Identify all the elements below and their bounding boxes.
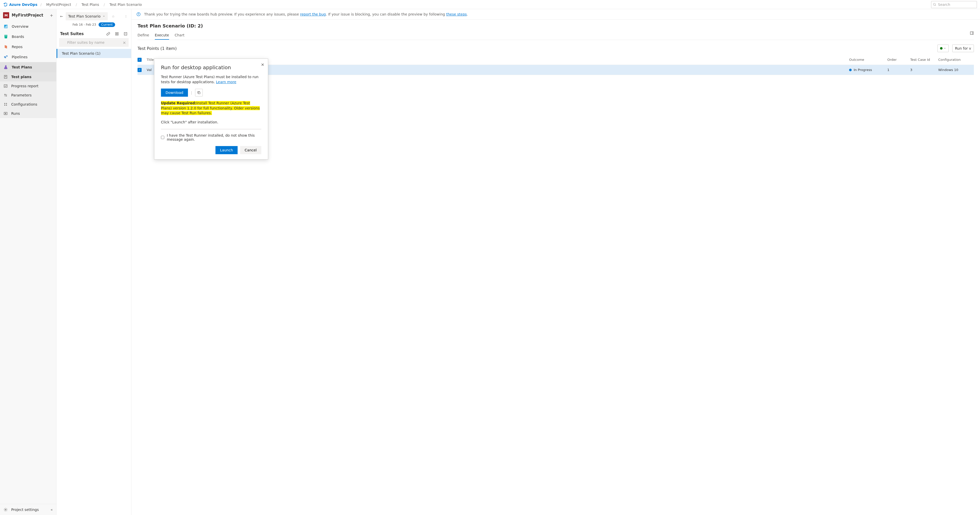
svg-point-15 xyxy=(6,105,7,106)
download-button[interactable]: Download xyxy=(161,89,188,97)
search-icon xyxy=(933,3,937,6)
test-plans-icon xyxy=(3,65,8,70)
search-placeholder: Search xyxy=(938,3,950,6)
svg-rect-9 xyxy=(4,85,7,87)
copy-icon[interactable] xyxy=(195,89,203,97)
nav-overview[interactable]: Overview xyxy=(0,21,56,32)
report-bug-link[interactable]: report the bug xyxy=(300,12,326,16)
azure-devops-icon xyxy=(3,2,8,7)
left-sidebar: M MyFirstProject + Overview Boards Repos… xyxy=(0,9,57,515)
pipelines-icon xyxy=(3,55,8,59)
svg-point-12 xyxy=(4,103,5,104)
svg-point-10 xyxy=(5,94,5,95)
runs-icon xyxy=(3,111,8,116)
close-icon[interactable]: ✕ xyxy=(261,62,264,67)
svg-point-13 xyxy=(6,103,7,104)
add-icon[interactable]: + xyxy=(50,13,53,18)
svg-point-11 xyxy=(6,95,6,96)
panel-toggle-icon[interactable] xyxy=(970,31,974,40)
crumb-plan[interactable]: Test Plan Scenario xyxy=(110,3,142,6)
these-steps-link[interactable]: these steps xyxy=(446,12,467,16)
subnav-runs[interactable]: Runs xyxy=(0,109,56,118)
svg-rect-18 xyxy=(116,33,118,35)
subnav-configurations[interactable]: Configurations xyxy=(0,100,56,109)
row-checkbox[interactable]: ✓ xyxy=(137,68,142,72)
configurations-icon xyxy=(3,102,8,106)
info-icon xyxy=(137,12,141,16)
overview-icon xyxy=(3,24,8,29)
project-avatar: M xyxy=(3,12,9,18)
svg-point-14 xyxy=(4,105,5,106)
remember-label: I have the Test Runner installed, do not… xyxy=(167,133,261,141)
project-settings-link[interactable]: Project settings xyxy=(11,508,39,512)
chevron-down-icon xyxy=(943,47,946,50)
nav-repos[interactable]: Repos xyxy=(0,42,56,52)
gear-icon xyxy=(3,508,8,512)
in-progress-icon xyxy=(849,69,852,71)
svg-point-0 xyxy=(933,3,935,5)
subnav-progress-report[interactable]: Progress report xyxy=(0,81,56,90)
brand-label: Azure DevOps xyxy=(9,3,37,6)
expand-icon[interactable] xyxy=(115,32,119,36)
testplans-sub-icon xyxy=(3,75,8,79)
svg-rect-3 xyxy=(5,27,5,28)
current-badge: Current xyxy=(99,22,115,27)
crumb-testplans[interactable]: Test Plans xyxy=(81,3,99,6)
tab-execute[interactable]: Execute xyxy=(155,31,169,40)
collapse-icon[interactable] xyxy=(124,32,127,36)
crumb-project[interactable]: MyFirstProject xyxy=(46,3,71,6)
project-name: MyFirstProject xyxy=(12,13,43,17)
nav-pipelines[interactable]: Pipelines xyxy=(0,52,56,62)
launch-button[interactable]: Launch xyxy=(215,146,238,154)
repos-icon xyxy=(3,44,8,49)
svg-rect-4 xyxy=(6,26,6,28)
project-header[interactable]: M MyFirstProject + xyxy=(0,9,56,21)
svg-rect-26 xyxy=(198,92,200,94)
brand[interactable]: Azure DevOps xyxy=(3,2,37,7)
date-range: Feb 16 - Feb 23 xyxy=(73,23,96,27)
plan-selector[interactable]: Test Plan Scenario xyxy=(66,12,108,21)
svg-rect-24 xyxy=(970,32,974,35)
tab-chart[interactable]: Chart xyxy=(175,31,185,40)
link-icon[interactable] xyxy=(106,32,110,36)
run-desktop-modal: ✕ Run for desktop application Test Runne… xyxy=(154,59,268,160)
cancel-button[interactable]: Cancel xyxy=(240,146,261,154)
more-menu-icon[interactable]: ⋮ xyxy=(124,15,127,18)
star-icon[interactable]: ☆ xyxy=(112,14,115,18)
select-all-checkbox[interactable]: ✓ xyxy=(137,58,142,62)
progress-icon xyxy=(3,84,8,88)
breadcrumb: /MyFirstProject /Test Plans /Test Plan S… xyxy=(40,3,142,6)
svg-point-17 xyxy=(5,509,6,510)
launch-hint: Click "Launch" after installation. xyxy=(161,120,261,125)
search-input[interactable]: Search xyxy=(931,1,977,8)
subnav-test-plans[interactable]: Test plans xyxy=(0,72,56,81)
suite-tree-item[interactable]: Test Plan Scenario (1) xyxy=(57,49,131,58)
modal-title: Run for desktop application xyxy=(161,64,261,70)
plan-title: Test Plan Scenario (ID: 2) xyxy=(137,23,974,29)
svg-line-1 xyxy=(935,5,936,6)
remember-checkbox[interactable] xyxy=(161,135,164,139)
filter-icon xyxy=(62,41,65,44)
nav-boards[interactable]: Boards xyxy=(0,32,56,42)
run-for-button[interactable]: Run for v xyxy=(952,44,974,52)
boards-icon xyxy=(3,34,8,39)
chevron-down-icon xyxy=(103,15,105,17)
nav-test-plans[interactable]: Test Plans xyxy=(0,62,56,72)
suite-panel: ← Test Plan Scenario ☆ ⋮ Feb 16 - Feb 23… xyxy=(57,9,131,515)
collapse-sidebar-icon[interactable]: « xyxy=(51,508,53,512)
tab-define[interactable]: Define xyxy=(137,31,149,40)
subnav-parameters[interactable]: Parameters xyxy=(0,90,56,100)
parameters-icon xyxy=(3,93,8,97)
test-points-heading: Test Points (1 item) xyxy=(137,46,177,51)
clear-filter-icon[interactable]: × xyxy=(123,40,126,45)
outcome-filter[interactable] xyxy=(937,44,949,52)
preview-banner: Thank you for trying the new boards hub … xyxy=(131,9,980,20)
filter-suites-input[interactable]: Filter suites by name × xyxy=(59,38,129,47)
pass-dot-icon xyxy=(940,47,943,50)
test-suites-heading: Test Suites xyxy=(60,32,84,36)
back-arrow-icon[interactable]: ← xyxy=(60,14,63,18)
learn-more-link[interactable]: Learn more xyxy=(216,80,236,84)
svg-rect-5 xyxy=(6,25,7,28)
